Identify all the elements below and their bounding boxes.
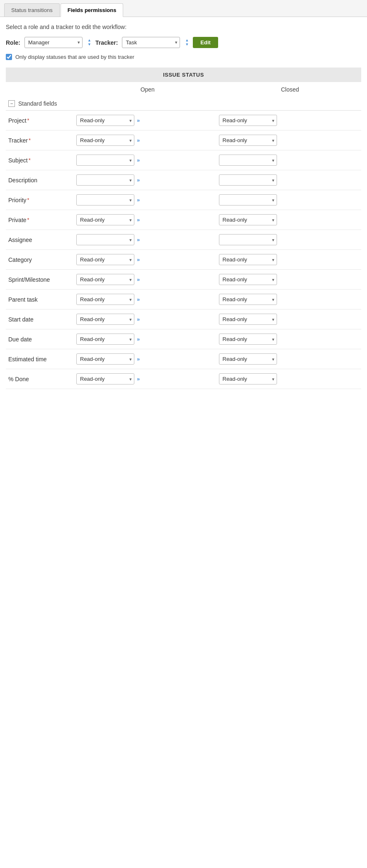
closed-select-wrapper: Read-onlyRequiredHidden▾ bbox=[219, 314, 277, 325]
copy-to-all-arrow[interactable]: » bbox=[137, 157, 140, 163]
copy-to-all-arrow[interactable]: » bbox=[137, 276, 140, 283]
open-select-wrapper: Read-onlyRequiredHidden▾ bbox=[76, 155, 134, 166]
open-select[interactable]: Read-onlyRequiredHidden bbox=[76, 174, 134, 186]
closed-select[interactable]: Read-onlyRequiredHidden bbox=[219, 214, 277, 225]
closed-select[interactable]: Read-onlyRequiredHidden bbox=[219, 274, 277, 285]
copy-to-all-arrow[interactable]: » bbox=[137, 336, 140, 342]
closed-select[interactable]: Read-onlyRequiredHidden bbox=[219, 115, 277, 126]
field-open-col: Read-onlyRequiredHidden▾» bbox=[76, 115, 219, 126]
fields-container: Project *Read-onlyRequiredHidden▾»Read-o… bbox=[6, 111, 361, 389]
field-open-col: Read-onlyRequiredHidden▾» bbox=[76, 373, 219, 384]
field-open-col: Read-onlyRequiredHidden▾» bbox=[76, 254, 219, 265]
open-select[interactable]: Read-onlyRequiredHidden bbox=[76, 353, 134, 365]
open-select-wrapper: Read-onlyRequiredHidden▾ bbox=[76, 353, 134, 365]
field-name---done: % Done bbox=[6, 376, 76, 382]
edit-button[interactable]: Edit bbox=[193, 37, 218, 48]
required-indicator: * bbox=[29, 157, 31, 163]
open-select[interactable]: Read-onlyRequiredHidden bbox=[76, 274, 134, 285]
open-select[interactable]: Read-onlyRequiredHidden bbox=[76, 373, 134, 384]
open-select[interactable]: Read-onlyRequiredHidden bbox=[76, 234, 134, 245]
open-select[interactable]: Read-onlyRequiredHidden bbox=[76, 254, 134, 265]
closed-select[interactable]: Read-onlyRequiredHidden bbox=[219, 373, 277, 384]
tab-status-transitions[interactable]: Status transitions bbox=[4, 3, 60, 17]
tab-fields-permissions[interactable]: Fields permissions bbox=[61, 3, 124, 17]
field-open-col: Read-onlyRequiredHidden▾» bbox=[76, 234, 219, 245]
closed-select[interactable]: Read-onlyRequiredHidden bbox=[219, 314, 277, 325]
tracker-down-arrow[interactable]: ▼ bbox=[185, 43, 189, 47]
open-select[interactable]: Read-onlyRequiredHidden bbox=[76, 194, 134, 206]
tracker-spinner[interactable]: ▲ ▼ bbox=[185, 39, 189, 47]
copy-to-all-arrow[interactable]: » bbox=[137, 356, 140, 362]
closed-select[interactable]: Read-onlyRequiredHidden bbox=[219, 155, 277, 166]
closed-select-wrapper: Read-onlyRequiredHidden▾ bbox=[219, 155, 277, 166]
open-select[interactable]: Read-onlyRequiredHidden bbox=[76, 155, 134, 166]
field-open-col: Read-onlyRequiredHidden▾» bbox=[76, 214, 219, 225]
field-row: Priority *Read-onlyRequiredHidden▾»Read-… bbox=[6, 190, 361, 210]
open-select[interactable]: Read-onlyRequiredHidden bbox=[76, 214, 134, 225]
tracker-label: Tracker: bbox=[95, 39, 118, 46]
field-closed-col: Read-onlyRequiredHidden▾ bbox=[219, 234, 362, 245]
copy-to-all-arrow[interactable]: » bbox=[137, 296, 140, 302]
open-select-wrapper: Read-onlyRequiredHidden▾ bbox=[76, 174, 134, 186]
role-select[interactable]: Manager Developer Reporter bbox=[24, 37, 83, 48]
closed-select[interactable]: Read-onlyRequiredHidden bbox=[219, 294, 277, 305]
role-down-arrow[interactable]: ▼ bbox=[87, 43, 91, 47]
closed-select[interactable]: Read-onlyRequiredHidden bbox=[219, 174, 277, 186]
open-select[interactable]: Read-onlyRequiredHidden bbox=[76, 135, 134, 146]
closed-select-wrapper: Read-onlyRequiredHidden▾ bbox=[219, 174, 277, 186]
open-select[interactable]: Read-onlyRequiredHidden bbox=[76, 294, 134, 305]
issue-status-header: ISSUE STATUS bbox=[6, 68, 361, 82]
copy-to-all-arrow[interactable]: » bbox=[137, 256, 140, 263]
open-select-wrapper: Read-onlyRequiredHidden▾ bbox=[76, 334, 134, 345]
copy-to-all-arrow[interactable]: » bbox=[137, 237, 140, 243]
standard-fields-section-header: − Standard fields bbox=[6, 97, 361, 111]
closed-select-wrapper: Read-onlyRequiredHidden▾ bbox=[219, 353, 277, 365]
field-name-project: Project * bbox=[6, 117, 76, 124]
field-open-col: Read-onlyRequiredHidden▾» bbox=[76, 155, 219, 166]
checkbox-row: Only display statuses that are used by t… bbox=[6, 54, 361, 60]
field-row: Subject *Read-onlyRequiredHidden▾»Read-o… bbox=[6, 150, 361, 170]
field-closed-col: Read-onlyRequiredHidden▾ bbox=[219, 194, 362, 206]
copy-to-all-arrow[interactable]: » bbox=[137, 316, 140, 322]
open-select-wrapper: Read-onlyRequiredHidden▾ bbox=[76, 194, 134, 206]
field-row: CategoryRead-onlyRequiredHidden▾»Read-on… bbox=[6, 250, 361, 270]
field-row: Parent taskRead-onlyRequiredHidden▾»Read… bbox=[6, 290, 361, 309]
open-select[interactable]: Read-onlyRequiredHidden bbox=[76, 334, 134, 345]
collapse-icon[interactable]: − bbox=[8, 100, 15, 107]
field-name-priority: Priority * bbox=[6, 197, 76, 203]
field-open-col: Read-onlyRequiredHidden▾» bbox=[76, 334, 219, 345]
closed-select[interactable]: Read-onlyRequiredHidden bbox=[219, 135, 277, 146]
field-row: % DoneRead-onlyRequiredHidden▾»Read-only… bbox=[6, 369, 361, 389]
field-label-spacer bbox=[6, 82, 76, 94]
closed-select-wrapper: Read-onlyRequiredHidden▾ bbox=[219, 254, 277, 265]
copy-to-all-arrow[interactable]: » bbox=[137, 197, 140, 203]
closed-select[interactable]: Read-onlyRequiredHidden bbox=[219, 353, 277, 365]
open-select[interactable]: Read-onlyRequiredHidden bbox=[76, 115, 134, 126]
open-select-wrapper: Read-onlyRequiredHidden▾ bbox=[76, 135, 134, 146]
closed-select[interactable]: Read-onlyRequiredHidden bbox=[219, 194, 277, 206]
closed-select[interactable]: Read-onlyRequiredHidden bbox=[219, 334, 277, 345]
field-row: Estimated timeRead-onlyRequiredHidden▾»R… bbox=[6, 349, 361, 369]
display-statuses-checkbox[interactable] bbox=[6, 54, 12, 60]
open-select[interactable]: Read-onlyRequiredHidden bbox=[76, 314, 134, 325]
closed-select-wrapper: Read-onlyRequiredHidden▾ bbox=[219, 234, 277, 245]
open-select-wrapper: Read-onlyRequiredHidden▾ bbox=[76, 373, 134, 384]
field-row: Start dateRead-onlyRequiredHidden▾»Read-… bbox=[6, 309, 361, 329]
field-open-col: Read-onlyRequiredHidden▾» bbox=[76, 294, 219, 305]
copy-to-all-arrow[interactable]: » bbox=[137, 137, 140, 143]
copy-to-all-arrow[interactable]: » bbox=[137, 117, 140, 123]
field-open-col: Read-onlyRequiredHidden▾» bbox=[76, 353, 219, 365]
field-row: Project *Read-onlyRequiredHidden▾»Read-o… bbox=[6, 111, 361, 131]
tracker-select[interactable]: Task Bug Feature bbox=[122, 37, 180, 48]
field-closed-col: Read-onlyRequiredHidden▾ bbox=[219, 353, 362, 365]
copy-to-all-arrow[interactable]: » bbox=[137, 177, 140, 183]
role-select-wrapper: Manager Developer Reporter ▾ bbox=[24, 37, 83, 48]
copy-to-all-arrow[interactable]: » bbox=[137, 217, 140, 223]
role-label: Role: bbox=[6, 39, 20, 46]
copy-to-all-arrow[interactable]: » bbox=[137, 376, 140, 382]
display-statuses-label[interactable]: Only display statuses that are used by t… bbox=[15, 54, 134, 60]
role-spinner[interactable]: ▲ ▼ bbox=[87, 39, 91, 47]
field-row: DescriptionRead-onlyRequiredHidden▾»Read… bbox=[6, 170, 361, 190]
closed-select[interactable]: Read-onlyRequiredHidden bbox=[219, 234, 277, 245]
closed-select[interactable]: Read-onlyRequiredHidden bbox=[219, 254, 277, 265]
